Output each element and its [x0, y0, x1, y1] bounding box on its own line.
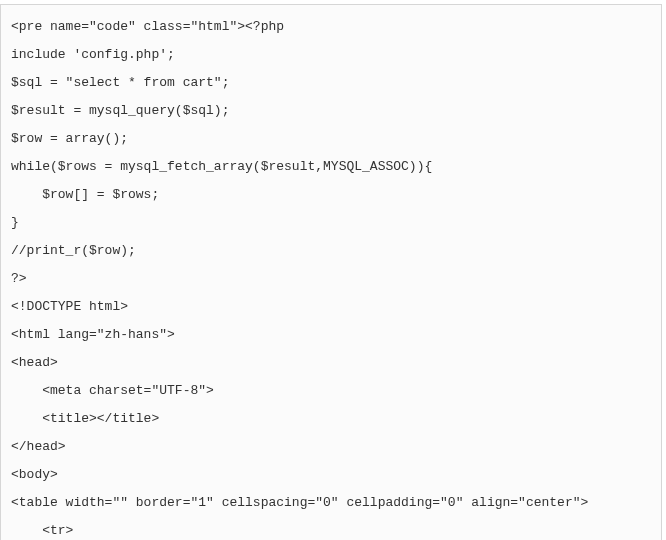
code-line: $row[] = $rows; — [11, 181, 651, 209]
code-line: <head> — [11, 349, 651, 377]
code-line: include 'config.php'; — [11, 41, 651, 69]
code-line: <!DOCTYPE html> — [11, 293, 651, 321]
code-line: while($rows = mysql_fetch_array($result,… — [11, 153, 651, 181]
code-line: <html lang="zh-hans"> — [11, 321, 651, 349]
code-line: <title></title> — [11, 405, 651, 433]
code-line: $sql = "select * from cart"; — [11, 69, 651, 97]
code-line: <pre name="code" class="html"><?php — [11, 13, 651, 41]
code-line: <tr> — [11, 517, 651, 540]
code-line: <body> — [11, 461, 651, 489]
code-line: $row = array(); — [11, 125, 651, 153]
code-line: <meta charset="UTF-8"> — [11, 377, 651, 405]
code-line: } — [11, 209, 651, 237]
code-block: <pre name="code" class="html"><?php incl… — [0, 4, 662, 540]
code-line: <table width="" border="1" cellspacing="… — [11, 489, 651, 517]
code-line: //print_r($row); — [11, 237, 651, 265]
code-line: ?> — [11, 265, 651, 293]
code-line: $result = mysql_query($sql); — [11, 97, 651, 125]
code-line: </head> — [11, 433, 651, 461]
